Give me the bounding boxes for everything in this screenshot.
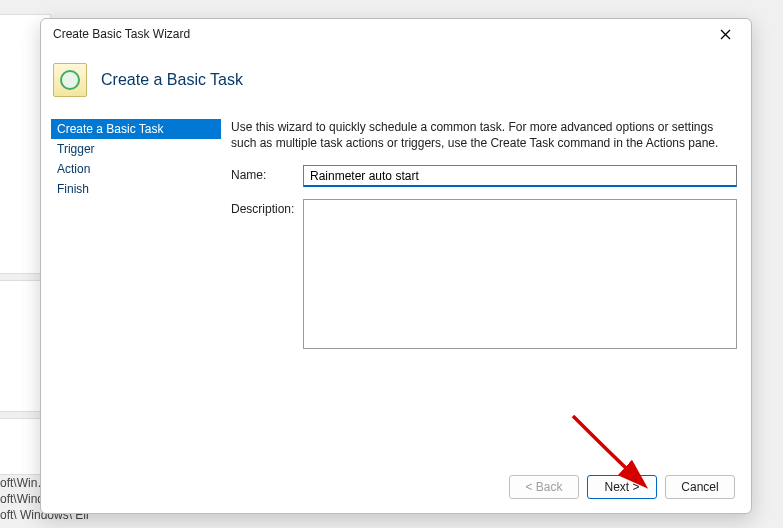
step-create-basic-task[interactable]: Create a Basic Task xyxy=(51,119,221,139)
wizard-dialog: Create Basic Task Wizard Create a Basic … xyxy=(40,18,752,514)
wizard-header: Create a Basic Task xyxy=(41,49,751,111)
description-label: Description: xyxy=(231,199,303,216)
wizard-clock-icon xyxy=(53,63,87,97)
step-finish[interactable]: Finish xyxy=(51,179,221,199)
close-button[interactable] xyxy=(705,21,745,47)
content-area: Create a Basic Task Trigger Action Finis… xyxy=(41,111,751,461)
instruction-text: Use this wizard to quickly schedule a co… xyxy=(231,119,737,151)
next-button[interactable]: Next > xyxy=(587,475,657,499)
titlebar: Create Basic Task Wizard xyxy=(41,19,751,49)
window-title: Create Basic Task Wizard xyxy=(53,27,705,41)
name-label: Name: xyxy=(231,165,303,182)
back-button: < Back xyxy=(509,475,579,499)
wizard-steps: Create a Basic Task Trigger Action Finis… xyxy=(51,119,221,461)
close-icon xyxy=(720,29,731,40)
name-row: Name: xyxy=(231,165,737,187)
description-row: Description: xyxy=(231,199,737,349)
page-title: Create a Basic Task xyxy=(101,71,243,89)
step-trigger[interactable]: Trigger xyxy=(51,139,221,159)
cancel-button[interactable]: Cancel xyxy=(665,475,735,499)
button-bar: < Back Next > Cancel xyxy=(41,461,751,513)
main-panel: Use this wizard to quickly schedule a co… xyxy=(221,119,737,461)
step-action[interactable]: Action xyxy=(51,159,221,179)
name-input[interactable] xyxy=(303,165,737,187)
description-input[interactable] xyxy=(303,199,737,349)
